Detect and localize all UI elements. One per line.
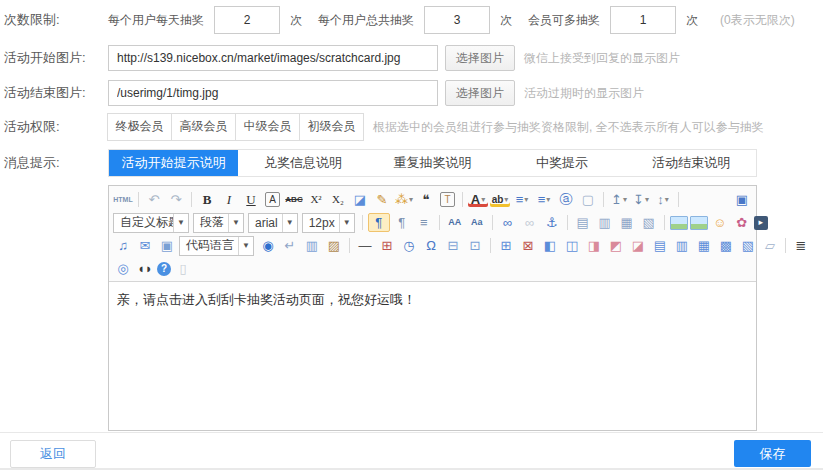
start-image-url-input[interactable] (108, 45, 438, 71)
chevron-down-icon[interactable]: ▼ (228, 214, 243, 232)
message-tab[interactable]: 重复抽奖说明 (368, 150, 497, 176)
undo-icon[interactable]: ↶ (144, 190, 164, 209)
page-break-icon[interactable]: ▱ (760, 236, 780, 255)
delete-row-icon[interactable]: ◪ (628, 236, 648, 255)
help-icon[interactable]: ? (157, 262, 171, 276)
code-language-select[interactable]: 代码语言▼ (179, 236, 254, 256)
image-align-center-icon[interactable]: ▦ (617, 213, 637, 232)
horizontal-rule-icon[interactable]: — (355, 236, 375, 255)
image-align-none-icon[interactable]: ▤ (573, 213, 593, 232)
insert-code-icon[interactable]: ◉ (258, 236, 278, 255)
auto-typeset-icon[interactable]: ⓐ (556, 190, 576, 209)
end-image-url-input[interactable] (108, 80, 438, 106)
merge-right-icon[interactable]: ▤ (650, 236, 670, 255)
back-button[interactable]: 返回 (10, 440, 96, 468)
background-color-icon[interactable]: ab (490, 192, 510, 207)
image-manager-icon[interactable] (690, 216, 708, 230)
link-icon[interactable]: ∞ (498, 213, 518, 232)
member-group-button[interactable]: 初级会员 (299, 113, 364, 141)
blockquote-icon[interactable]: ❝ (416, 190, 436, 209)
chevron-down-icon[interactable]: ▼ (339, 214, 354, 232)
editor-content-area[interactable]: 亲，请点击进入刮刮卡抽奖活动页面，祝您好运哦！ (109, 282, 756, 416)
format-painter-icon[interactable]: ✎ (372, 190, 392, 209)
merge-down-icon[interactable]: ▥ (672, 236, 692, 255)
message-tab[interactable]: 活动开始提示说明 (109, 150, 238, 176)
total-input[interactable] (424, 6, 490, 34)
paragraph-spacing-top-icon[interactable]: ↥ (609, 190, 629, 209)
music-icon[interactable]: ♫ (113, 236, 133, 255)
superscript-icon[interactable]: X² (306, 190, 326, 209)
per-day-input[interactable] (214, 6, 280, 34)
insert-row-icon[interactable]: ◨ (584, 236, 604, 255)
fullscreen-icon[interactable]: ▣ (732, 190, 752, 209)
insert-frame-icon[interactable]: ▣ (157, 236, 177, 255)
italic-icon[interactable]: I (219, 190, 239, 209)
paragraph-format-icon[interactable]: ↵ (280, 236, 300, 255)
uppercase-icon[interactable]: AA (445, 213, 465, 232)
auto-clear-icon[interactable]: ⁂ (394, 190, 414, 209)
paste-plain-icon[interactable]: T (440, 192, 455, 207)
font-family-select[interactable]: arial▼ (248, 213, 298, 233)
strikethrough-icon[interactable]: ABC (284, 190, 304, 209)
split-col-icon[interactable]: ▩ (716, 236, 736, 255)
start-image-pick-button[interactable]: 选择图片 (445, 45, 515, 71)
unordered-list-icon[interactable]: ≡ (534, 190, 554, 209)
subscript-icon[interactable]: X₂ (328, 190, 348, 209)
paragraph-rtl-icon[interactable]: ¶ (392, 213, 412, 232)
font-size-select[interactable]: 12px▼ (302, 213, 355, 233)
member-group-button[interactable]: 高级会员 (171, 113, 236, 141)
table-caption-icon[interactable]: ◧ (540, 236, 560, 255)
unlink-icon[interactable]: ∞ (520, 213, 540, 232)
paragraph-select[interactable]: 段落▼ (193, 213, 244, 233)
underline-icon[interactable]: U (241, 190, 261, 209)
paragraph-ltr-icon[interactable]: ¶ (368, 213, 390, 232)
anchor-icon[interactable]: ⚓ (542, 213, 562, 232)
source-code-icon[interactable]: HTML (113, 190, 133, 209)
indent-icon[interactable]: ≡ (414, 213, 434, 232)
print-icon[interactable]: ≣ (791, 236, 811, 255)
chevron-down-icon[interactable]: ▼ (173, 214, 188, 232)
message-tab[interactable]: 中奖提示 (497, 150, 626, 176)
paragraph-spacing-bottom-icon[interactable]: ↧ (631, 190, 651, 209)
form-textarea-icon[interactable]: ⊡ (465, 236, 485, 255)
insert-table-icon[interactable]: ⊞ (496, 236, 516, 255)
member-group-button[interactable]: 中级会员 (235, 113, 300, 141)
end-image-pick-button[interactable]: 选择图片 (445, 80, 515, 106)
member-group-button[interactable]: 终极会员 (107, 113, 172, 141)
lowercase-icon[interactable]: Aa (467, 213, 487, 232)
member-extra-input[interactable] (610, 6, 676, 34)
save-button[interactable]: 保存 (734, 440, 811, 467)
image-align-left-icon[interactable]: ▥ (595, 213, 615, 232)
line-spacing-icon[interactable]: ↕ (653, 190, 673, 209)
time-icon[interactable]: ◷ (399, 236, 419, 255)
snapshot-icon[interactable]: ▨ (324, 236, 344, 255)
preview-icon[interactable]: ◎ (113, 259, 133, 278)
video-icon[interactable]: ▸ (754, 216, 768, 230)
message-tab[interactable]: 兑奖信息说明 (238, 150, 367, 176)
bold-icon[interactable]: B (197, 190, 217, 209)
insert-image-icon[interactable] (670, 216, 688, 230)
font-color-icon[interactable]: A (468, 192, 488, 207)
table-full-width-icon[interactable]: ▧ (738, 236, 758, 255)
remove-format-icon[interactable]: ◪ (350, 190, 370, 209)
custom-title-select[interactable]: 自定义标题▼ (113, 213, 189, 233)
ordered-list-icon[interactable]: ≡ (512, 190, 532, 209)
merge-cells-icon[interactable]: ◫ (562, 236, 582, 255)
redo-icon[interactable]: ↷ (166, 190, 186, 209)
chevron-down-icon[interactable]: ▼ (282, 214, 297, 232)
scrawl-icon[interactable]: ✿ (732, 213, 752, 232)
split-cells-icon[interactable]: ▦ (694, 236, 714, 255)
word-image-icon[interactable]: ▢ (578, 190, 598, 209)
special-char-icon[interactable]: Ω (421, 236, 441, 255)
message-tab[interactable]: 活动结束说明 (627, 150, 756, 176)
insert-col-icon[interactable]: ◩ (606, 236, 626, 255)
image-align-right-icon[interactable]: ▧ (639, 213, 659, 232)
attachment-icon[interactable]: ✉ (135, 236, 155, 255)
clipboard-icon[interactable]: ▯ (173, 259, 193, 278)
form-button-icon[interactable]: ⊟ (443, 236, 463, 255)
emoji-icon[interactable]: ☺ (710, 213, 730, 232)
delete-table-icon[interactable]: ⊠ (518, 236, 538, 255)
columns-icon[interactable]: ▥ (302, 236, 322, 255)
date-icon[interactable]: ⊞ (377, 236, 397, 255)
font-border-icon[interactable]: A (265, 192, 280, 207)
